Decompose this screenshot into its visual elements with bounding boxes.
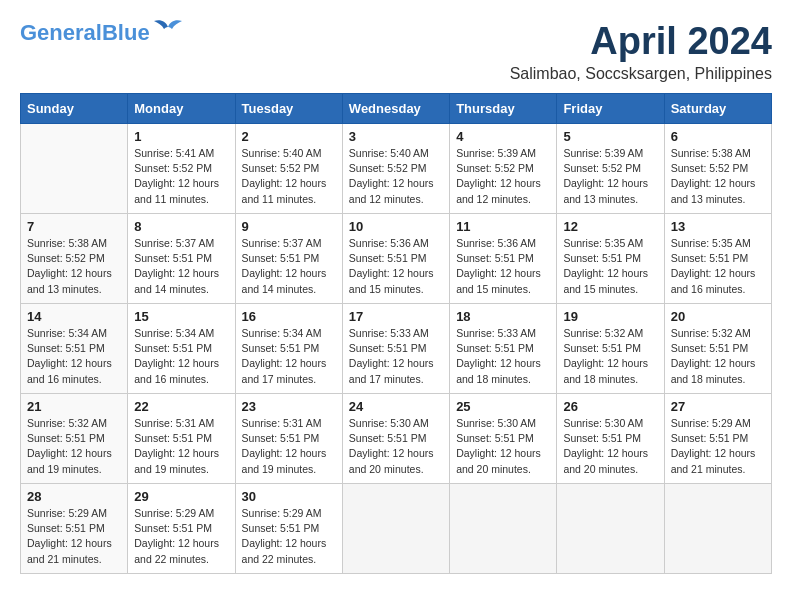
logo-text: GeneralBlue	[20, 20, 150, 46]
calendar-cell	[557, 484, 664, 574]
calendar-cell: 4Sunrise: 5:39 AM Sunset: 5:52 PM Daylig…	[450, 124, 557, 214]
day-info: Sunrise: 5:30 AM Sunset: 5:51 PM Dayligh…	[563, 416, 657, 477]
calendar-table: SundayMondayTuesdayWednesdayThursdayFrid…	[20, 93, 772, 574]
day-number: 13	[671, 219, 765, 234]
day-number: 10	[349, 219, 443, 234]
calendar-cell: 22Sunrise: 5:31 AM Sunset: 5:51 PM Dayli…	[128, 394, 235, 484]
day-number: 12	[563, 219, 657, 234]
calendar-cell: 26Sunrise: 5:30 AM Sunset: 5:51 PM Dayli…	[557, 394, 664, 484]
day-number: 19	[563, 309, 657, 324]
day-info: Sunrise: 5:37 AM Sunset: 5:51 PM Dayligh…	[134, 236, 228, 297]
day-info: Sunrise: 5:35 AM Sunset: 5:51 PM Dayligh…	[563, 236, 657, 297]
calendar-cell: 15Sunrise: 5:34 AM Sunset: 5:51 PM Dayli…	[128, 304, 235, 394]
weekday-header-friday: Friday	[557, 94, 664, 124]
day-info: Sunrise: 5:31 AM Sunset: 5:51 PM Dayligh…	[242, 416, 336, 477]
day-number: 2	[242, 129, 336, 144]
day-info: Sunrise: 5:31 AM Sunset: 5:51 PM Dayligh…	[134, 416, 228, 477]
calendar-cell: 14Sunrise: 5:34 AM Sunset: 5:51 PM Dayli…	[21, 304, 128, 394]
week-row-4: 21Sunrise: 5:32 AM Sunset: 5:51 PM Dayli…	[21, 394, 772, 484]
day-number: 5	[563, 129, 657, 144]
day-info: Sunrise: 5:41 AM Sunset: 5:52 PM Dayligh…	[134, 146, 228, 207]
day-info: Sunrise: 5:36 AM Sunset: 5:51 PM Dayligh…	[349, 236, 443, 297]
day-info: Sunrise: 5:34 AM Sunset: 5:51 PM Dayligh…	[27, 326, 121, 387]
month-title: April 2024	[510, 20, 772, 63]
day-number: 22	[134, 399, 228, 414]
day-info: Sunrise: 5:40 AM Sunset: 5:52 PM Dayligh…	[242, 146, 336, 207]
day-info: Sunrise: 5:38 AM Sunset: 5:52 PM Dayligh…	[671, 146, 765, 207]
calendar-cell: 20Sunrise: 5:32 AM Sunset: 5:51 PM Dayli…	[664, 304, 771, 394]
day-info: Sunrise: 5:35 AM Sunset: 5:51 PM Dayligh…	[671, 236, 765, 297]
weekday-header-sunday: Sunday	[21, 94, 128, 124]
calendar-cell: 21Sunrise: 5:32 AM Sunset: 5:51 PM Dayli…	[21, 394, 128, 484]
day-number: 6	[671, 129, 765, 144]
day-number: 17	[349, 309, 443, 324]
calendar-cell: 25Sunrise: 5:30 AM Sunset: 5:51 PM Dayli…	[450, 394, 557, 484]
calendar-cell: 27Sunrise: 5:29 AM Sunset: 5:51 PM Dayli…	[664, 394, 771, 484]
title-section: April 2024 Salimbao, Soccsksargen, Phili…	[510, 20, 772, 83]
calendar-cell: 23Sunrise: 5:31 AM Sunset: 5:51 PM Dayli…	[235, 394, 342, 484]
day-info: Sunrise: 5:32 AM Sunset: 5:51 PM Dayligh…	[563, 326, 657, 387]
day-info: Sunrise: 5:32 AM Sunset: 5:51 PM Dayligh…	[27, 416, 121, 477]
day-number: 8	[134, 219, 228, 234]
day-number: 3	[349, 129, 443, 144]
day-info: Sunrise: 5:29 AM Sunset: 5:51 PM Dayligh…	[242, 506, 336, 567]
day-info: Sunrise: 5:30 AM Sunset: 5:51 PM Dayligh…	[456, 416, 550, 477]
day-number: 30	[242, 489, 336, 504]
day-number: 20	[671, 309, 765, 324]
calendar-cell: 12Sunrise: 5:35 AM Sunset: 5:51 PM Dayli…	[557, 214, 664, 304]
day-info: Sunrise: 5:34 AM Sunset: 5:51 PM Dayligh…	[134, 326, 228, 387]
day-info: Sunrise: 5:36 AM Sunset: 5:51 PM Dayligh…	[456, 236, 550, 297]
weekday-header-saturday: Saturday	[664, 94, 771, 124]
calendar-cell: 6Sunrise: 5:38 AM Sunset: 5:52 PM Daylig…	[664, 124, 771, 214]
day-number: 26	[563, 399, 657, 414]
day-number: 28	[27, 489, 121, 504]
calendar-cell: 28Sunrise: 5:29 AM Sunset: 5:51 PM Dayli…	[21, 484, 128, 574]
day-number: 16	[242, 309, 336, 324]
calendar-cell: 5Sunrise: 5:39 AM Sunset: 5:52 PM Daylig…	[557, 124, 664, 214]
day-number: 24	[349, 399, 443, 414]
calendar-cell: 29Sunrise: 5:29 AM Sunset: 5:51 PM Dayli…	[128, 484, 235, 574]
calendar-cell: 1Sunrise: 5:41 AM Sunset: 5:52 PM Daylig…	[128, 124, 235, 214]
calendar-cell: 18Sunrise: 5:33 AM Sunset: 5:51 PM Dayli…	[450, 304, 557, 394]
logo: GeneralBlue	[20, 20, 182, 46]
location-title: Salimbao, Soccsksargen, Philippines	[510, 65, 772, 83]
day-number: 15	[134, 309, 228, 324]
day-number: 27	[671, 399, 765, 414]
day-info: Sunrise: 5:32 AM Sunset: 5:51 PM Dayligh…	[671, 326, 765, 387]
calendar-cell: 17Sunrise: 5:33 AM Sunset: 5:51 PM Dayli…	[342, 304, 449, 394]
calendar-cell: 10Sunrise: 5:36 AM Sunset: 5:51 PM Dayli…	[342, 214, 449, 304]
day-number: 1	[134, 129, 228, 144]
day-info: Sunrise: 5:38 AM Sunset: 5:52 PM Dayligh…	[27, 236, 121, 297]
calendar-cell: 24Sunrise: 5:30 AM Sunset: 5:51 PM Dayli…	[342, 394, 449, 484]
day-info: Sunrise: 5:33 AM Sunset: 5:51 PM Dayligh…	[456, 326, 550, 387]
weekday-header-wednesday: Wednesday	[342, 94, 449, 124]
week-row-5: 28Sunrise: 5:29 AM Sunset: 5:51 PM Dayli…	[21, 484, 772, 574]
day-number: 21	[27, 399, 121, 414]
calendar-cell: 16Sunrise: 5:34 AM Sunset: 5:51 PM Dayli…	[235, 304, 342, 394]
day-number: 25	[456, 399, 550, 414]
weekday-header-thursday: Thursday	[450, 94, 557, 124]
day-number: 11	[456, 219, 550, 234]
day-number: 29	[134, 489, 228, 504]
calendar-cell: 11Sunrise: 5:36 AM Sunset: 5:51 PM Dayli…	[450, 214, 557, 304]
calendar-cell: 19Sunrise: 5:32 AM Sunset: 5:51 PM Dayli…	[557, 304, 664, 394]
calendar-cell: 13Sunrise: 5:35 AM Sunset: 5:51 PM Dayli…	[664, 214, 771, 304]
day-info: Sunrise: 5:33 AM Sunset: 5:51 PM Dayligh…	[349, 326, 443, 387]
calendar-cell: 7Sunrise: 5:38 AM Sunset: 5:52 PM Daylig…	[21, 214, 128, 304]
day-number: 18	[456, 309, 550, 324]
day-info: Sunrise: 5:30 AM Sunset: 5:51 PM Dayligh…	[349, 416, 443, 477]
calendar-cell	[450, 484, 557, 574]
weekday-header-tuesday: Tuesday	[235, 94, 342, 124]
weekday-header-monday: Monday	[128, 94, 235, 124]
page-header: GeneralBlue April 2024 Salimbao, Soccsks…	[20, 20, 772, 83]
day-number: 23	[242, 399, 336, 414]
day-info: Sunrise: 5:37 AM Sunset: 5:51 PM Dayligh…	[242, 236, 336, 297]
day-info: Sunrise: 5:29 AM Sunset: 5:51 PM Dayligh…	[671, 416, 765, 477]
calendar-cell	[342, 484, 449, 574]
day-info: Sunrise: 5:40 AM Sunset: 5:52 PM Dayligh…	[349, 146, 443, 207]
calendar-cell: 2Sunrise: 5:40 AM Sunset: 5:52 PM Daylig…	[235, 124, 342, 214]
day-info: Sunrise: 5:39 AM Sunset: 5:52 PM Dayligh…	[563, 146, 657, 207]
day-info: Sunrise: 5:29 AM Sunset: 5:51 PM Dayligh…	[134, 506, 228, 567]
calendar-cell: 9Sunrise: 5:37 AM Sunset: 5:51 PM Daylig…	[235, 214, 342, 304]
weekday-header-row: SundayMondayTuesdayWednesdayThursdayFrid…	[21, 94, 772, 124]
